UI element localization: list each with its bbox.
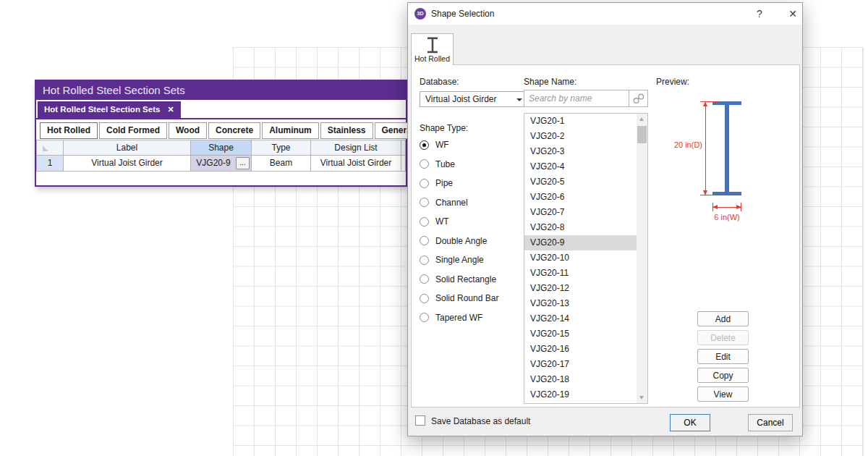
radio-button-icon[interactable]	[420, 159, 429, 169]
column-header-shape[interactable]: Shape	[191, 140, 252, 156]
shape-cell[interactable]: VJG20-9 ...	[191, 156, 252, 172]
shape-list-item-vjg20-9[interactable]: VJG20-9	[524, 235, 637, 250]
shape-list-item-vjg20-11[interactable]: VJG20-11	[524, 266, 637, 281]
radio-button-icon[interactable]	[420, 294, 429, 303]
radio-label: Tube	[435, 159, 455, 169]
column-header-design-list[interactable]: Design List	[311, 140, 401, 156]
chevron-down-icon	[516, 98, 522, 101]
radio-solid-round-bar[interactable]: Solid Round Bar	[420, 291, 498, 305]
doc-tab-close-icon[interactable]: ✕	[167, 105, 174, 114]
design-list-cell[interactable]: Virtual Joist Girder	[311, 156, 401, 172]
shape-selection-dialog: 3D Shape Selection ? ✕ Hot Rolled Databa…	[407, 2, 803, 436]
shape-list-item-vjg20-3[interactable]: VJG20-3	[524, 144, 637, 159]
shape-list-item-vjg20-18[interactable]: VJG20-18	[524, 372, 637, 387]
radio-tube[interactable]: Tube	[420, 157, 455, 172]
radio-button-icon[interactable]	[420, 274, 429, 284]
radio-wt[interactable]: WT	[420, 214, 449, 229]
save-default-label[interactable]: Save Database as default	[431, 416, 530, 426]
tab-hot-rolled[interactable]: Hot Rolled	[411, 33, 454, 65]
shape-list-item-vjg20-10[interactable]: VJG20-10	[524, 250, 637, 266]
close-button[interactable]: ✕	[785, 3, 801, 25]
radio-button-icon[interactable]	[420, 198, 429, 207]
shape-list-item-vjg20-19[interactable]: VJG20-19	[524, 387, 637, 402]
width-arrow-left	[712, 205, 718, 209]
shape-list-item-vjg20-14[interactable]: VJG20-14	[524, 311, 637, 326]
shape-list-item-vjg20-17[interactable]: VJG20-17	[524, 357, 637, 372]
radio-button-icon[interactable]	[420, 217, 429, 227]
radio-tapered-wf[interactable]: Tapered WF	[420, 311, 482, 325]
shape-name-list: VJG20-1VJG20-2VJG20-3VJG20-4VJG20-5VJG20…	[524, 113, 648, 404]
doc-tab-hot-rolled-steel-section-sets[interactable]: Hot Rolled Steel Section Sets✕	[38, 101, 181, 118]
shape-cell-value: VJG20-9	[191, 156, 236, 171]
radio-channel[interactable]: Channel	[420, 195, 468, 210]
search-button[interactable]	[629, 90, 648, 107]
radio-wf[interactable]: WF	[420, 138, 449, 152]
shape-list-item-vjg20-15[interactable]: VJG20-15	[524, 326, 637, 342]
shape-list-item-vjg20-1[interactable]: VJG20-1	[524, 114, 637, 129]
column-header-type[interactable]: Type	[252, 140, 311, 156]
extra-cell	[401, 156, 406, 172]
app-canvas: Hot Rolled Steel Section Sets Hot Rolled…	[0, 0, 868, 456]
material-tab-hot-rolled[interactable]: Hot Rolled	[40, 122, 98, 139]
material-tab-aluminum[interactable]: Aluminum	[262, 122, 319, 139]
radio-label: Double Angle	[435, 236, 487, 246]
ok-button[interactable]: OK	[670, 414, 710, 431]
search-input[interactable]	[524, 90, 629, 107]
shape-list-item-vjg20-2[interactable]: VJG20-2	[524, 129, 637, 144]
row-number-cell[interactable]: 1	[36, 156, 64, 172]
radio-button-icon[interactable]	[420, 236, 429, 245]
table-corner-cell[interactable]	[36, 140, 64, 156]
radio-button-icon[interactable]	[420, 179, 429, 188]
shape-list-item-vjg20-8[interactable]: VJG20-8	[524, 220, 637, 235]
shape-list-item-vjg20-7[interactable]: VJG20-7	[524, 205, 637, 220]
scroll-down-icon[interactable]	[637, 392, 647, 403]
help-button[interactable]: ?	[752, 3, 767, 25]
save-default-checkbox[interactable]	[415, 415, 425, 426]
radio-button-icon[interactable]	[420, 256, 429, 265]
shape-list-item-vjg20-13[interactable]: VJG20-13	[524, 296, 637, 311]
database-dropdown[interactable]: Virtual Joist Girder	[420, 91, 528, 107]
copy-button[interactable]: Copy	[697, 368, 749, 383]
label-cell[interactable]: Virtual Joist Girder	[64, 156, 191, 172]
section-sets-table: Label Shape Type Design List 1 Virtual J…	[36, 140, 406, 172]
scroll-up-icon[interactable]	[637, 114, 647, 124]
shape-search	[524, 90, 629, 107]
i-beam-icon	[425, 37, 440, 54]
shape-browse-button[interactable]: ...	[236, 157, 250, 169]
edit-button[interactable]: Edit	[697, 349, 749, 364]
material-tab-wood[interactable]: Wood	[169, 122, 207, 139]
radio-label: Solid Round Bar	[435, 293, 498, 303]
scrollbar[interactable]	[637, 114, 647, 403]
add-button[interactable]: Add	[697, 311, 749, 326]
shape-list-item-vjg20-12[interactable]: VJG20-12	[524, 281, 637, 296]
dialog-tab-page: Database: Virtual Joist Girder Shape Typ…	[411, 64, 800, 408]
view-button[interactable]: View	[697, 387, 749, 402]
dialog-title: Shape Selection	[431, 3, 494, 25]
radio-double-angle[interactable]: Double Angle	[420, 234, 487, 248]
window-title: Hot Rolled Steel Section Sets	[36, 81, 406, 100]
cancel-button[interactable]: Cancel	[748, 414, 793, 431]
radio-button-icon[interactable]	[420, 140, 429, 150]
doc-tab-strip: Hot Rolled Steel Section Sets✕	[36, 100, 406, 119]
radio-label: Channel	[435, 198, 468, 208]
material-tab-stainless[interactable]: Stainless	[320, 122, 373, 139]
material-tab-concrete[interactable]: Concrete	[208, 122, 260, 139]
corner-marker-icon	[43, 145, 48, 151]
table-header-row: Label Shape Type Design List	[36, 140, 406, 156]
shape-list-item-vjg20-6[interactable]: VJG20-6	[524, 190, 637, 205]
scrollbar-thumb[interactable]	[637, 126, 647, 143]
material-tab-cold-formed[interactable]: Cold Formed	[99, 122, 167, 139]
doc-tab-label: Hot Rolled Steel Section Sets	[44, 105, 160, 114]
radio-solid-rectangle[interactable]: Solid Rectangle	[420, 272, 496, 287]
depth-dimension-label: 20 in(D)	[658, 140, 702, 149]
radio-pipe[interactable]: Pipe	[420, 176, 453, 190]
width-dimension-label: 6 in(W)	[705, 213, 749, 221]
type-cell[interactable]: Beam	[252, 156, 311, 172]
shape-list-item-vjg20-5[interactable]: VJG20-5	[524, 174, 637, 190]
radio-single-angle[interactable]: Single Angle	[420, 253, 484, 267]
shape-list-item-vjg20-16[interactable]: VJG20-16	[524, 342, 637, 357]
radio-label: Pipe	[435, 178, 453, 188]
shape-list-item-vjg20-4[interactable]: VJG20-4	[524, 159, 637, 174]
column-header-label[interactable]: Label	[64, 140, 191, 156]
radio-button-icon[interactable]	[420, 313, 429, 322]
